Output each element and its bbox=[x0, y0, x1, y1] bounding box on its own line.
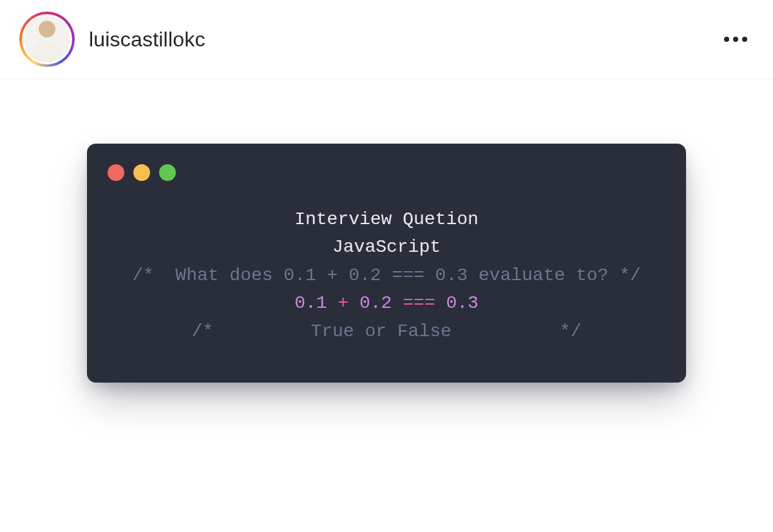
post-header-left: luiscastillokc bbox=[19, 12, 205, 67]
code-title-line-2: JavaScript bbox=[105, 233, 668, 261]
code-body: Interview Quetion JavaScript /* What doe… bbox=[105, 205, 668, 345]
comment-open: /* bbox=[192, 321, 311, 341]
more-options-icon bbox=[733, 37, 738, 42]
avatar-ring-inner bbox=[22, 14, 72, 64]
window-close-icon[interactable] bbox=[108, 164, 124, 181]
more-options-button[interactable] bbox=[718, 30, 754, 48]
more-options-icon bbox=[724, 37, 729, 42]
window-zoom-icon[interactable] bbox=[159, 164, 176, 181]
comment-open: /* bbox=[132, 265, 175, 285]
more-options-icon bbox=[742, 37, 747, 42]
expr-plus-operator: + bbox=[327, 293, 359, 313]
username[interactable]: luiscastillokc bbox=[89, 28, 205, 52]
code-truefalse: True or False bbox=[310, 321, 451, 341]
code-window: Interview Quetion JavaScript /* What doe… bbox=[87, 144, 686, 383]
expr-number: 0.1 bbox=[294, 293, 327, 313]
code-title-line-1: Interview Quetion bbox=[105, 205, 668, 233]
story-ring[interactable] bbox=[19, 12, 75, 67]
post-header: luiscastillokc bbox=[0, 0, 773, 79]
window-minimize-icon[interactable] bbox=[133, 164, 150, 181]
avatar[interactable] bbox=[24, 16, 70, 62]
code-title-1: Interview Quetion bbox=[294, 209, 479, 229]
comment-close: */ bbox=[452, 321, 582, 341]
post-content: Interview Quetion JavaScript /* What doe… bbox=[0, 79, 773, 383]
window-traffic-lights bbox=[105, 162, 668, 184]
comment-close: */ bbox=[608, 265, 640, 285]
code-truefalse-line: /* True or False */ bbox=[105, 318, 668, 345]
expr-number: 0.2 bbox=[359, 293, 392, 313]
expr-number: 0.3 bbox=[446, 293, 478, 313]
code-question-line: /* What does 0.1 + 0.2 === 0.3 evaluate … bbox=[105, 261, 668, 289]
code-expression-line: 0.1 + 0.2 === 0.3 bbox=[105, 289, 668, 317]
code-title-2: JavaScript bbox=[332, 237, 441, 257]
expr-strict-equal-operator: === bbox=[392, 293, 446, 313]
code-question: What does 0.1 + 0.2 === 0.3 evaluate to? bbox=[175, 265, 608, 285]
